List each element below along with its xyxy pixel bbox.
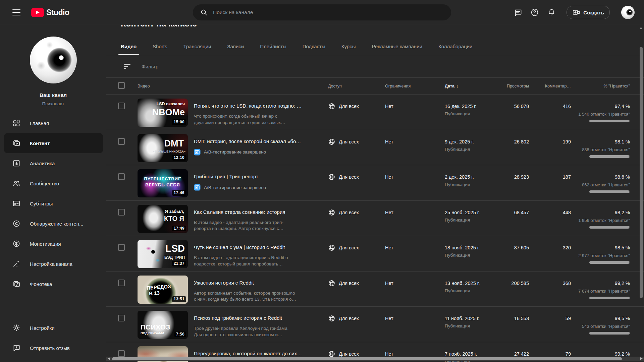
horizontal-scrollbar[interactable] [106, 357, 644, 361]
sidebar-item-settings[interactable]: Настройки [4, 318, 103, 338]
analytics-icon [12, 159, 20, 167]
menu-icon[interactable] [12, 9, 20, 15]
video-title[interactable]: Психоз под грибами: история с Reddit [194, 315, 318, 321]
channel-search[interactable] [193, 4, 451, 20]
row-checkbox[interactable] [118, 280, 125, 286]
account-avatar[interactable] [621, 6, 635, 19]
sidebar-footer: Настройки Отправить отзыв [0, 318, 106, 358]
video-thumbnail[interactable]: ПУТЕШЕСТВИЕ ВГЛУБЬ СЕБЯ 17:46 [138, 165, 194, 197]
header-comments[interactable]: Комментар… [529, 84, 571, 88]
scroll-right-icon[interactable] [640, 357, 643, 360]
video-thumbnail[interactable]: DMT «БОЛЬШЕ НИКОГДА» 12:10 [138, 130, 194, 162]
tab-playlists[interactable]: Плейлисты [260, 38, 286, 55]
row-checkbox[interactable] [118, 138, 125, 145]
horizontal-scrollbar-thumb[interactable] [112, 357, 622, 360]
create-button[interactable]: Создать [567, 6, 610, 19]
table-row[interactable]: DMT «БОЛЬШЕ НИКОГДА» 12:10 DMT: история,… [106, 130, 644, 166]
sidebar-item-monetization[interactable]: Монетизация [4, 234, 103, 254]
notifications-bell-icon[interactable] [547, 8, 556, 17]
access-cell[interactable]: Для всех [328, 342, 385, 358]
header-date[interactable]: Дата ↓ [445, 84, 502, 88]
table-row[interactable]: ПЕРЕДОЗ В 13 13:51 Ужасная история с Red… [106, 272, 644, 307]
video-thumbnail[interactable]: Я забыл, КТО Я 17:49 [138, 201, 194, 233]
copyright-icon [12, 220, 20, 228]
video-title[interactable]: DMT: история, после которой он сказал «б… [194, 138, 318, 144]
row-checkbox[interactable] [118, 173, 125, 180]
sidebar-item-send-feedback[interactable]: Отправить отзыв [4, 338, 103, 358]
access-cell[interactable]: Для всех [328, 165, 385, 181]
header-views[interactable]: Просмотры [502, 84, 529, 88]
video-thumbnail[interactable]: LSD оказался NBOMe 15:00 [138, 95, 194, 127]
header-access[interactable]: Доступ [328, 84, 385, 88]
access-cell[interactable]: Для всех [328, 201, 385, 216]
row-checkbox[interactable] [118, 244, 125, 251]
sidebar-item-copyright[interactable]: Обнаружение контен... [4, 214, 103, 234]
feedback-chat-icon[interactable] [514, 8, 522, 17]
tab-promotions[interactable]: Рекламные кампании [372, 38, 422, 55]
video-title[interactable]: Как Сальвия стерла сознание: история [194, 209, 318, 215]
row-checkbox[interactable] [118, 209, 125, 216]
access-cell[interactable]: Для всех [328, 236, 385, 251]
restrictions-cell: Нет [385, 201, 445, 215]
video-title[interactable]: Ужасная история с Reddit [194, 280, 318, 286]
sidebar-item-analytics[interactable]: Аналитика [4, 153, 103, 173]
video-thumbnail[interactable]: ПЕРЕДОЗ В 13 13:51 [138, 272, 194, 304]
select-all-checkbox[interactable] [118, 82, 125, 89]
sidebar-item-audio-library[interactable]: Фонотека [4, 274, 103, 294]
vertical-scrollbar-thumb[interactable] [640, 47, 643, 298]
video-thumbnail[interactable]: ПСИХОЗ ПОД ГРИБАМИ 7:56 [138, 307, 194, 339]
views-cell: 28 923 [502, 165, 529, 180]
sidebar-item-community[interactable]: Сообщество [4, 173, 103, 193]
tab-podcasts[interactable]: Подкасты [303, 38, 325, 55]
video-title[interactable]: Понял, что это не LSD, когда стало поздн… [194, 103, 318, 109]
views-cell: 56 078 [502, 95, 529, 109]
restrictions-cell: Нет [385, 272, 445, 286]
access-cell[interactable]: Для всех [328, 130, 385, 145]
studio-logo[interactable]: Studio [31, 8, 69, 17]
row-checkbox[interactable] [118, 350, 125, 357]
access-cell[interactable]: Для всех [328, 307, 385, 322]
like-count: 2 977 отметок "Нравится" [571, 253, 630, 258]
video-title[interactable]: Чуть не сошёл с ума | история с Reddit [194, 244, 318, 250]
thumbnail-text: ПСИХОЗ [141, 323, 170, 331]
tab-shorts[interactable]: Shorts [153, 38, 167, 55]
thumbnail-text: ВГЛУБЬ СЕБЯ [145, 183, 180, 187]
vertical-scrollbar[interactable] [639, 25, 643, 362]
channel-avatar-eyeball[interactable] [30, 37, 77, 83]
tab-collaborations[interactable]: Коллаборации [438, 38, 473, 55]
date-cell: 25 нояб. 2025 г. Публикация [445, 201, 502, 223]
filter-bar[interactable]: Фильтр [106, 55, 644, 78]
tab-live[interactable]: Трансляции [183, 38, 211, 55]
video-title[interactable]: Грибной трип | Трип-репорт [194, 174, 318, 179]
help-icon[interactable] [530, 8, 539, 17]
thumbnail-text: В 13 [149, 290, 160, 296]
scroll-left-icon[interactable] [108, 357, 110, 360]
tab-videos[interactable]: Видео [121, 38, 137, 55]
video-duration: 21:37 [172, 261, 186, 266]
comments-cell: 59 [529, 307, 571, 321]
video-title[interactable]: Передозировка, о которой он жалеет до си… [194, 351, 318, 356]
video-thumbnail[interactable]: LSD БЭД ТРИП 21:37 [138, 236, 194, 268]
sidebar-item-customization[interactable]: Настройка канала [4, 254, 103, 274]
scroll-up-icon[interactable] [640, 27, 642, 29]
sidebar-item-dashboard[interactable]: Главная [4, 113, 103, 133]
sidebar-item-content[interactable]: Контент [4, 133, 103, 153]
table-row[interactable]: LSD БЭД ТРИП 21:37 Чуть не сошёл с ума |… [106, 236, 644, 272]
table-row[interactable]: Я забыл, КТО Я 17:49 Как Сальвия стерла … [106, 201, 644, 236]
like-count: 543 отметки "Нравится" [571, 324, 630, 329]
table-row[interactable]: LSD оказался NBOMe 15:00 Понял, что это … [106, 95, 644, 130]
tab-recordings[interactable]: Записи [227, 38, 244, 55]
header-likes[interactable]: % "Нравится" [571, 84, 630, 88]
access-cell[interactable]: Для всех [328, 272, 385, 287]
tab-courses[interactable]: Курсы [341, 38, 356, 55]
thumbnail-text: КТО Я [164, 215, 184, 222]
search-input[interactable] [212, 9, 444, 16]
table-row[interactable]: ПСИХОЗ ПОД ГРИБАМИ 7:56 Психоз под гриба… [106, 307, 644, 342]
row-checkbox[interactable] [118, 103, 125, 109]
row-checkbox[interactable] [118, 315, 125, 321]
sidebar-item-subtitles[interactable]: Обнаружение контен... Субтитры [4, 193, 103, 214]
header-restrictions[interactable]: Ограничения [385, 84, 445, 88]
access-cell[interactable]: Для всех [328, 95, 385, 110]
thumbnail-text: ПУТЕШЕСТВИЕ [144, 177, 181, 181]
table-row[interactable]: ПУТЕШЕСТВИЕ ВГЛУБЬ СЕБЯ 17:46 Грибной тр… [106, 165, 644, 201]
